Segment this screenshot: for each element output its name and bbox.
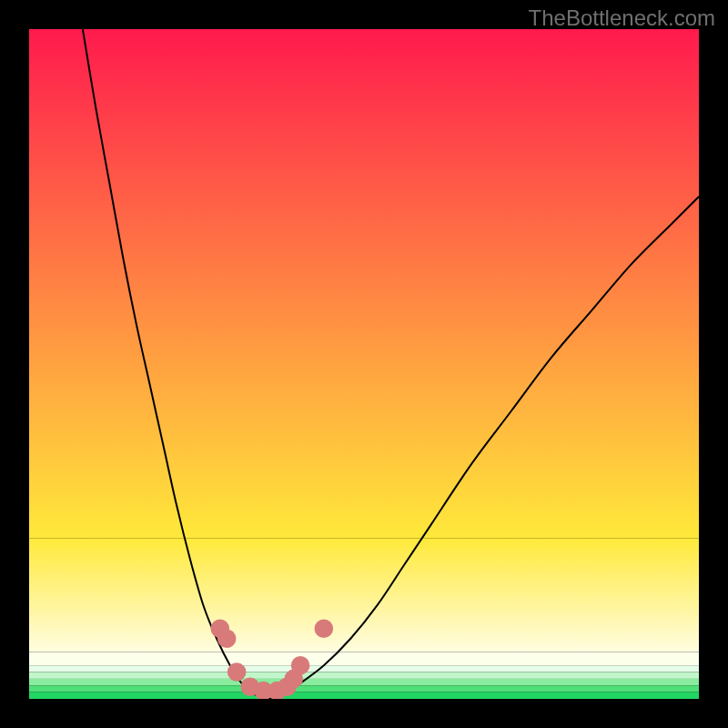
- data-point: [315, 619, 334, 638]
- bottleneck-chart: [29, 29, 699, 699]
- data-point: [217, 629, 237, 648]
- gradient-band: [29, 665, 699, 672]
- gradient-band: [29, 672, 699, 679]
- gradient-band: [29, 685, 699, 692]
- gradient-band: [29, 652, 699, 665]
- watermark-text: TheBottleneck.com: [529, 5, 715, 31]
- data-point: [228, 662, 247, 682]
- gradient-band: [29, 29, 699, 538]
- data-point: [291, 656, 310, 675]
- gradient-band: [29, 679, 699, 685]
- gradient-band: [29, 693, 699, 699]
- gradient-band: [29, 538, 699, 652]
